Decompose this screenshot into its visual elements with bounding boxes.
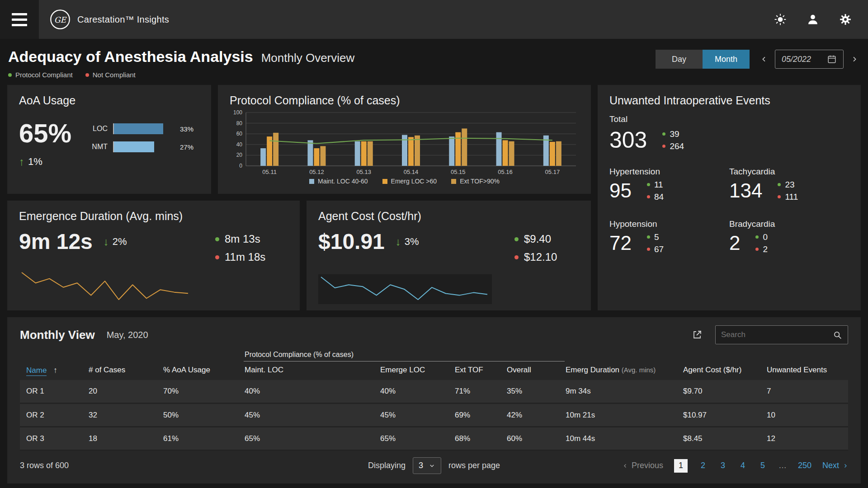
card-title: Protocol Compliance (% of cases): [230, 94, 579, 107]
search-input[interactable]: [721, 330, 833, 339]
chart-legend: Maint. LOC 40-60Emerg LOC >60Ext TOF>90%: [230, 178, 579, 185]
external-link-icon: [692, 329, 703, 340]
month-toggle-button[interactable]: Month: [703, 50, 750, 69]
column-header-name[interactable]: Name ↑: [20, 361, 88, 380]
bad-stat: $12.10: [514, 251, 557, 263]
legend-item: Ext TOF>90%: [451, 178, 500, 185]
brand: GE Carestation™ Insights: [50, 9, 169, 30]
svg-text:05.13: 05.13: [356, 169, 371, 175]
legend-item-compliant: Protocol Compliant: [8, 71, 73, 79]
settings-button[interactable]: [839, 13, 852, 26]
agent-cost-card: Agent Cost (Cost/hr) $10.91 ↓ 3%: [307, 201, 591, 310]
compliance-legend: Protocol Compliant Not Compliant: [8, 71, 354, 79]
sort-ascending-icon: ↑: [53, 366, 57, 375]
monthly-view-title: Monthly View: [20, 328, 95, 342]
monthly-view-subtitle: May, 2020: [107, 330, 148, 340]
dashboard-page: GE Carestation™ Insights: [0, 0, 868, 488]
column-header-aoa-usage[interactable]: % AoA Usage: [162, 361, 244, 380]
column-header-cases[interactable]: # of Cases: [88, 361, 162, 380]
calendar-icon[interactable]: [827, 54, 837, 64]
search-icon[interactable]: [833, 330, 842, 340]
page-button-2[interactable]: 2: [698, 461, 708, 470]
page-button-1[interactable]: 1: [674, 459, 688, 473]
table-row[interactable]: OR 232 50%45% 45%69% 42%10m 21s $10.9710: [20, 404, 848, 427]
column-header-overall[interactable]: Overall: [506, 361, 565, 380]
agent-cost-sparkline: [318, 274, 492, 304]
chevron-right-icon: [851, 54, 858, 65]
page-subtitle: Monthly Overview: [261, 51, 355, 65]
good-stat: 8m 13s: [215, 233, 265, 245]
gear-icon: [839, 13, 852, 26]
emergence-value: 9m 12s: [19, 229, 93, 254]
brightness-button[interactable]: [774, 13, 787, 26]
down-arrow-icon: ↓: [396, 235, 401, 248]
view-toggle: Day Month: [656, 50, 750, 69]
page-button-5[interactable]: 5: [758, 461, 767, 470]
date-navigator: [759, 50, 860, 69]
next-page-button[interactable]: Next: [822, 461, 848, 470]
metric-hypotension: Hypotension 72 5 67: [609, 219, 729, 254]
column-header-ext-tof[interactable]: Ext TOF: [454, 361, 506, 380]
emergence-stats: 8m 13s 11m 18s: [215, 233, 265, 304]
red-dot-icon: [647, 248, 650, 251]
red-dot-icon: [778, 195, 781, 198]
green-dot-icon: [755, 235, 759, 239]
date-picker[interactable]: [775, 50, 844, 69]
date-input[interactable]: [782, 55, 821, 64]
svg-text:80: 80: [236, 120, 243, 127]
green-dot-icon: [514, 237, 519, 241]
svg-text:05.14: 05.14: [404, 169, 419, 175]
table-row[interactable]: OR 318 61%65% 65%68% 60%10m 44s $8.4512: [20, 427, 848, 450]
column-header-unwanted-events[interactable]: Unwanted Events: [766, 361, 848, 380]
user-button[interactable]: [807, 13, 819, 26]
green-dot-icon: [647, 235, 650, 239]
svg-text:05.12: 05.12: [309, 169, 324, 175]
table-row[interactable]: OR 120 70%40% 40%71% 35%9m 34s $9.707: [20, 380, 848, 404]
monthly-table: Protocol Compliance (% of cases) Name ↑ …: [20, 351, 848, 451]
page-button-3[interactable]: 3: [718, 461, 727, 470]
chevron-left-icon: [623, 462, 628, 470]
card-title: Emergence Duration (Avg. mins): [19, 210, 288, 223]
previous-page-button[interactable]: Previous: [623, 461, 663, 470]
column-header-maint-loc[interactable]: Maint. LOC: [244, 361, 379, 380]
svg-text:20: 20: [236, 152, 243, 158]
bad-stat: 11m 18s: [215, 251, 265, 263]
agent-cost-value: $10.91: [318, 229, 385, 254]
column-header-emerge-loc[interactable]: Emerge LOC: [379, 361, 454, 380]
legend-swatch-icon: [382, 179, 387, 184]
chevron-left-icon: [760, 54, 768, 65]
export-button[interactable]: [692, 329, 703, 340]
previous-month-button[interactable]: [759, 52, 769, 66]
next-month-button[interactable]: [849, 52, 860, 66]
menu-button[interactable]: [0, 0, 39, 39]
good-stat: $9.40: [514, 233, 557, 245]
card-title: Unwanted Intraoperative Events: [609, 94, 849, 107]
protocol-compliance-chart: 02040608010005.1105.1205.1305.1405.1505.…: [230, 110, 579, 177]
day-toggle-button[interactable]: Day: [656, 50, 703, 69]
ge-logo-icon: GE: [50, 9, 71, 30]
page-button-250[interactable]: 250: [798, 461, 811, 470]
metric-bradycardia: Bradycardia 2 0 2: [729, 219, 849, 254]
events-total: Total 303 39 264: [609, 114, 849, 153]
per-page-label: rows per page: [448, 461, 500, 470]
rows-per-page-select[interactable]: 3: [413, 457, 441, 474]
topbar: GE Carestation™ Insights: [0, 0, 868, 39]
aoa-usage-change: ↑ 1%: [19, 155, 87, 168]
legend-swatch-icon: [451, 179, 456, 184]
page-header: Adequacy of Anesthesia Analysis Monthly …: [0, 39, 868, 85]
column-header-agent-cost[interactable]: Agent Cost ($/hr): [682, 361, 766, 380]
aoa-usage-card: AoA Usage 65% ↑ 1% LOC: [7, 85, 211, 194]
svg-text:05.16: 05.16: [498, 169, 513, 175]
legend-swatch-icon: [309, 179, 314, 184]
table-footer: 3 rows of 600 Displaying 3 rows per page…: [20, 457, 848, 474]
group-header-protocol-compliance: Protocol Compliance (% of cases): [244, 351, 565, 361]
title-block: Adequacy of Anesthesia Analysis Monthly …: [8, 48, 354, 79]
chevron-down-icon: [429, 462, 435, 469]
page-ellipsis: …: [778, 461, 787, 470]
aoa-bar-row: NMT 27%: [87, 141, 193, 152]
column-header-emerg-duration[interactable]: Emerg Duration (Avg. mins): [565, 361, 682, 380]
svg-text:05.17: 05.17: [545, 169, 560, 175]
chevron-right-icon: [843, 462, 848, 470]
page-button-4[interactable]: 4: [738, 461, 747, 470]
search-box[interactable]: [715, 325, 848, 344]
